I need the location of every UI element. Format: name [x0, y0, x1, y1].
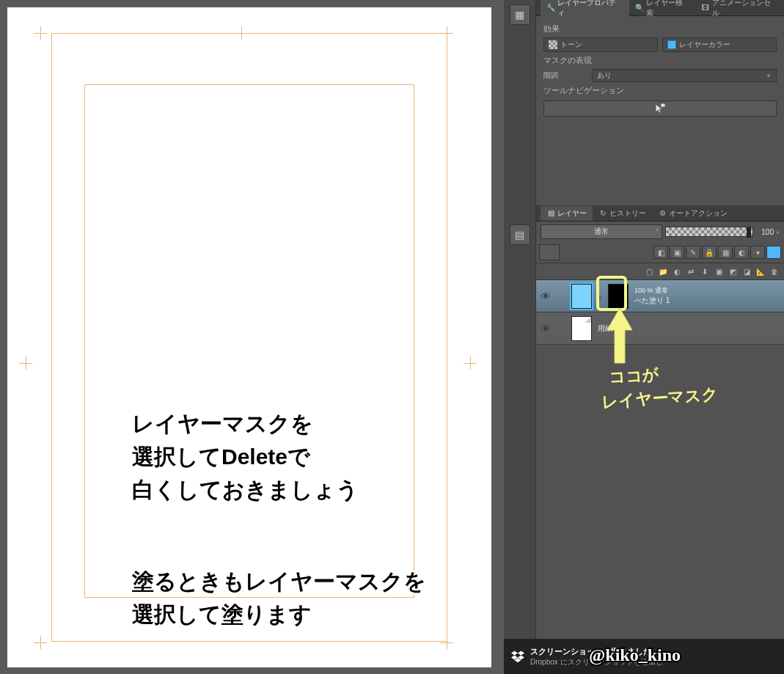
panel-dock-strip: ▦ ▤	[504, 0, 536, 674]
cropmark-icon	[440, 26, 453, 40]
tab-label: ヒストリー	[609, 208, 646, 219]
tool-nav-label: ツールナビゲーション	[543, 85, 777, 96]
chevron-icon[interactable]: ▸	[777, 229, 780, 235]
color-swatch-icon	[667, 40, 676, 49]
layer-property-body: 効果 トーン レイヤーカラー マスクの表現 階調 あり ▼ ツールナビゲ	[536, 16, 784, 121]
tab-label: レイヤー	[557, 208, 587, 219]
safe-guide	[84, 84, 414, 598]
tone-toggle[interactable]: トーン	[543, 37, 658, 52]
instruction-overlay-2: 塗るときもレイヤーマスクを 選択して塗ります	[132, 565, 426, 631]
tab-label: アニメーションセル	[712, 0, 778, 18]
handwriting-annotation: ココが	[608, 364, 660, 389]
layer-color-toggle[interactable]: レイヤーカラー	[662, 37, 777, 52]
layer-name[interactable]: べた塗り 1	[634, 296, 784, 305]
cropmark-icon	[464, 356, 477, 370]
gradation-value: あり	[597, 70, 612, 81]
mask-thumbnail[interactable]	[608, 284, 629, 309]
mask-enable-button[interactable]: ◐	[734, 246, 749, 259]
lock-pixel-button[interactable]: ▦	[718, 246, 733, 259]
effect-section-label: 効果	[543, 23, 777, 34]
cropmark-icon	[235, 26, 248, 40]
blend-opacity-row: 通常 100 ▸	[536, 221, 784, 242]
tab-animation-cel[interactable]: 🎞 アニメーションセル	[695, 0, 784, 21]
combine-button[interactable]: ▣	[712, 265, 725, 277]
layer-toolbar-1: ◧ ▣ ✎ 🔒 ▦ ◐ ▾	[536, 242, 784, 263]
layer-thumbnail[interactable]	[571, 284, 592, 309]
search-icon: 🔍	[635, 4, 644, 12]
cropmark-icon	[440, 636, 453, 649]
layer-list: 👁 ⌄ 100 % 通常 べた塗り 1 👁	[536, 280, 784, 345]
layers-icon: ▤	[546, 209, 555, 218]
visibility-toggle[interactable]: 👁	[536, 290, 555, 302]
apply-mask-button[interactable]: ◪	[740, 265, 753, 277]
layer-panel: ▤ レイヤー ↻ ヒストリー ⚙ オートアクション 通常 100 ▸ ◧	[536, 205, 784, 345]
layer-row-fill[interactable]: 👁 ⌄ 100 % 通常 べた塗り 1	[536, 280, 784, 312]
layer-color-label: レイヤーカラー	[679, 40, 730, 50]
cropmark-icon	[19, 356, 32, 370]
visibility-toggle[interactable]: 👁	[536, 323, 555, 334]
dropbox-icon	[511, 650, 524, 663]
ruler-button[interactable]: ▾	[750, 246, 765, 259]
action-icon: ⚙	[658, 209, 667, 218]
layer-filter-button[interactable]	[539, 244, 560, 260]
tab-layer-search[interactable]: 🔍 レイヤー検索	[629, 0, 696, 21]
side-panel-area: ▦ ▤ 🔧 レイヤープロパティ 🔍 レイヤー検索 🎞 アニメーションセル 効果	[504, 0, 784, 674]
history-icon: ↻	[598, 209, 607, 218]
cursor-icon	[654, 103, 666, 114]
delete-button[interactable]: 🗑	[768, 265, 781, 277]
blend-mode-value: 通常	[594, 227, 609, 235]
layer-color-button[interactable]	[766, 246, 781, 259]
opacity-value: 100	[756, 228, 774, 236]
layer-name[interactable]: 用紙	[598, 323, 784, 333]
new-layer-button[interactable]: ▢	[642, 265, 656, 277]
ref-button[interactable]: ▣	[670, 246, 684, 259]
film-icon: 🎞	[701, 4, 710, 12]
tab-layer-property[interactable]: 🔧 レイヤープロパティ	[541, 0, 629, 21]
layer-opacity-mode: 100 % 通常	[634, 287, 784, 296]
tool-navigation-button[interactable]	[543, 100, 777, 117]
signature-watermark: @kiko_kino	[589, 645, 681, 665]
tab-label: オートアクション	[669, 208, 728, 219]
tab-layers[interactable]: ▤ レイヤー	[541, 206, 593, 221]
chevron-down-icon: ▼	[766, 73, 772, 79]
blend-mode-dropdown[interactable]: 通常	[541, 224, 662, 239]
wrench-icon: 🔧	[546, 4, 555, 12]
ruler2-button[interactable]: 📐	[754, 265, 767, 277]
new-correction-button[interactable]: ◐	[670, 265, 684, 277]
tab-label: レイヤープロパティ	[557, 0, 623, 18]
tone-label: トーン	[560, 40, 582, 50]
tab-auto-action[interactable]: ⚙ オートアクション	[652, 206, 733, 221]
layer-tab-row: ▤ レイヤー ↻ ヒストリー ⚙ オートアクション	[536, 205, 784, 221]
gradation-dropdown[interactable]: あり ▼	[592, 69, 777, 82]
link-icon[interactable]: ⌄	[595, 292, 605, 300]
mask-expression-label: マスクの表現	[543, 55, 777, 66]
transfer-button[interactable]: ⇄	[684, 265, 697, 277]
opacity-slider[interactable]	[665, 227, 753, 237]
tab-history[interactable]: ↻ ヒストリー	[593, 206, 652, 221]
new-folder-button[interactable]: 📁	[656, 265, 670, 277]
cropmark-icon	[34, 636, 47, 649]
dock-icon[interactable]: ▦	[510, 4, 530, 25]
mask-button[interactable]: ◩	[726, 265, 739, 277]
layer-row-paper[interactable]: 👁 用紙	[536, 312, 784, 345]
clip-button[interactable]: ◧	[653, 246, 668, 259]
tab-label: レイヤー検索	[646, 0, 690, 18]
gradation-label: 階調	[543, 70, 587, 81]
draft-button[interactable]: ✎	[686, 246, 700, 259]
lock-button[interactable]: 🔒	[702, 246, 717, 259]
merge-button[interactable]: ⬇	[698, 265, 711, 277]
property-tab-row: 🔧 レイヤープロパティ 🔍 レイヤー検索 🎞 アニメーションセル	[536, 0, 784, 16]
dock-icon[interactable]: ▤	[510, 224, 530, 245]
instruction-overlay-1: レイヤーマスクを 選択してDeleteで 白くしておきましょう	[132, 407, 359, 506]
checker-icon	[549, 40, 557, 49]
layer-thumbnail[interactable]	[571, 316, 592, 341]
cropmark-icon	[34, 26, 47, 40]
layer-toolbar-2: ▢ 📁 ◐ ⇄ ⬇ ▣ ◩ ◪ 📐 🗑	[536, 263, 784, 280]
svg-rect-0	[661, 103, 665, 107]
